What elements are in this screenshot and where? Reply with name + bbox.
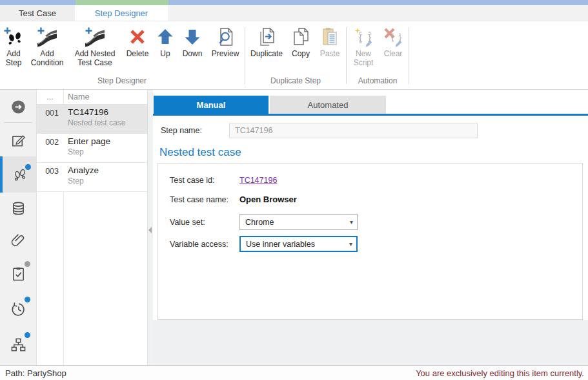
- step-title: Enter page: [68, 136, 110, 146]
- tab-label: Automated: [308, 100, 349, 110]
- step-subtitle: Nested test case: [68, 118, 125, 127]
- field-label: Value set:: [170, 218, 239, 227]
- tab-label: Manual: [197, 100, 226, 110]
- manual-automated-tab-bar: Manual Automated: [154, 96, 588, 114]
- tab-manual[interactable]: Manual: [154, 96, 269, 114]
- step-subtitle: Step: [68, 147, 110, 156]
- ribbon-button-label: Add Nested Test Case: [68, 49, 121, 67]
- clear-script-button: { } Clear: [380, 25, 407, 75]
- ribbon-separator: [346, 27, 347, 84]
- collapse-panel-arrow-icon[interactable]: [148, 227, 152, 233]
- notification-dot: [25, 164, 31, 170]
- sidebar-item-history[interactable]: [0, 291, 36, 327]
- step-row-3[interactable]: 003 Analyze Step: [37, 163, 147, 192]
- nested-test-case-box: Test case id: TC147196 Test case name: O…: [157, 163, 583, 320]
- field-row-variable-access: Variable access: Use inner variables ▾: [170, 236, 582, 252]
- sidebar-item-checklist[interactable]: [0, 256, 36, 291]
- footsteps-plus-icon: [3, 26, 24, 47]
- step-list-panel: ... Name 001 TC147196 Nested test case 0…: [37, 90, 148, 365]
- copy-docs-icon: [290, 26, 311, 47]
- merge-plus-icon: [85, 26, 105, 47]
- ribbon-button-label: Preview: [212, 49, 239, 58]
- down-button[interactable]: Down: [178, 25, 207, 75]
- step-subtitle: Step: [68, 176, 99, 185]
- notification-dot: [25, 261, 30, 267]
- field-label: Variable access:: [170, 240, 239, 249]
- ribbon-button-label: Add Condition: [27, 49, 67, 67]
- duplicate-doc-arrow-icon: [256, 26, 277, 47]
- paste-clipboard-icon: [319, 26, 340, 47]
- add-step-button[interactable]: Add Step: [1, 25, 26, 75]
- column-header-name[interactable]: Name: [63, 92, 89, 101]
- sidebar-separator: [4, 122, 32, 123]
- ribbon-group-label: Duplicate Step: [246, 75, 345, 89]
- sidebar-item-steps[interactable]: [0, 156, 36, 193]
- new-script-braces-icon: { }: [353, 26, 374, 47]
- arrow-down-icon: [182, 26, 203, 47]
- paste-button: Paste: [316, 25, 344, 75]
- ribbon-toolbar: Add Step Add Condition: [0, 21, 588, 90]
- field-label: Test case name:: [170, 195, 239, 204]
- sidebar-item-data[interactable]: [0, 193, 36, 224]
- left-icon-sidebar: [0, 90, 37, 365]
- ribbon-button-label: Paste: [320, 49, 340, 58]
- preview-button[interactable]: Preview: [208, 25, 243, 75]
- test-case-name-value: Open Browser: [239, 195, 297, 204]
- tab-step-designer[interactable]: Step Designer: [75, 5, 168, 21]
- merge-plus-icon: [37, 26, 57, 47]
- sidebar-item-go-to[interactable]: [0, 93, 36, 120]
- ribbon-button-label: Up: [160, 49, 170, 58]
- step-list-header: ... Name: [37, 90, 147, 105]
- ribbon-group-label: Step Designer: [0, 75, 244, 89]
- history-clock-icon: [10, 301, 26, 317]
- sidebar-item-hierarchy[interactable]: [0, 327, 36, 363]
- svg-text:{ }: { }: [390, 34, 402, 41]
- step-number: 003: [37, 163, 63, 191]
- value-set-dropdown[interactable]: Chrome ▾: [239, 214, 358, 230]
- copy-button[interactable]: Copy: [287, 25, 314, 75]
- step-row-1[interactable]: 001 TC147196 Nested test case: [37, 105, 147, 134]
- ribbon-group-automation: { } New Script { } Clear Autom: [347, 25, 408, 89]
- sidebar-item-attachments[interactable]: [0, 224, 36, 256]
- hierarchy-icon: [10, 337, 26, 353]
- duplicate-button[interactable]: Duplicate: [247, 25, 286, 75]
- clipboard-check-icon: [10, 266, 26, 282]
- sidebar-item-edit[interactable]: [0, 125, 36, 156]
- ribbon-button-label: Copy: [292, 49, 310, 58]
- add-condition-button[interactable]: Add Condition: [27, 25, 67, 75]
- ribbon-button-label: New Script: [349, 49, 378, 67]
- variable-access-dropdown[interactable]: Use inner variables ▾: [239, 236, 358, 252]
- arrow-up-icon: [155, 26, 176, 47]
- step-title: TC147196: [68, 107, 125, 117]
- chevron-down-icon: ▾: [349, 240, 352, 248]
- path-status-text: Path: PartyShop: [5, 368, 66, 378]
- window-top-strip: [0, 0, 588, 5]
- test-case-id-link[interactable]: TC147196: [239, 176, 277, 185]
- ribbon-separator: [245, 27, 245, 84]
- step-row-2[interactable]: 002 Enter page Step: [37, 134, 147, 163]
- database-icon: [10, 200, 26, 216]
- ribbon-button-label: Add Step: [1, 49, 26, 67]
- clear-script-x-icon: { }: [383, 26, 403, 47]
- step-number: 001: [37, 105, 63, 133]
- editing-status-text: You are exclusively editing this item cu…: [416, 368, 584, 378]
- dropdown-value: Use inner variables: [246, 240, 315, 249]
- tab-test-case[interactable]: Test Case: [0, 5, 75, 21]
- tab-automated[interactable]: Automated: [270, 96, 386, 114]
- status-bar: Path: PartyShop You are exclusively edit…: [0, 365, 588, 380]
- dropdown-value: Chrome: [245, 218, 274, 227]
- step-name-label: Step name:: [161, 126, 229, 135]
- section-heading: Nested test case: [159, 146, 588, 159]
- ribbon-button-label: Duplicate: [250, 49, 283, 58]
- footsteps-icon: [12, 167, 28, 183]
- add-nested-test-case-button[interactable]: Add Nested Test Case: [68, 25, 121, 75]
- step-title: Analyze: [68, 165, 99, 175]
- preview-doc-magnifier-icon: [215, 26, 236, 47]
- delete-button[interactable]: Delete: [123, 25, 152, 75]
- up-button[interactable]: Up: [154, 25, 177, 75]
- ribbon-button-label: Clear: [384, 49, 403, 58]
- panel-splitter[interactable]: [148, 90, 153, 365]
- column-header-dots[interactable]: ...: [37, 92, 63, 101]
- active-tab-highlight-strip: [76, 0, 168, 5]
- panel-empty-area: [153, 320, 588, 365]
